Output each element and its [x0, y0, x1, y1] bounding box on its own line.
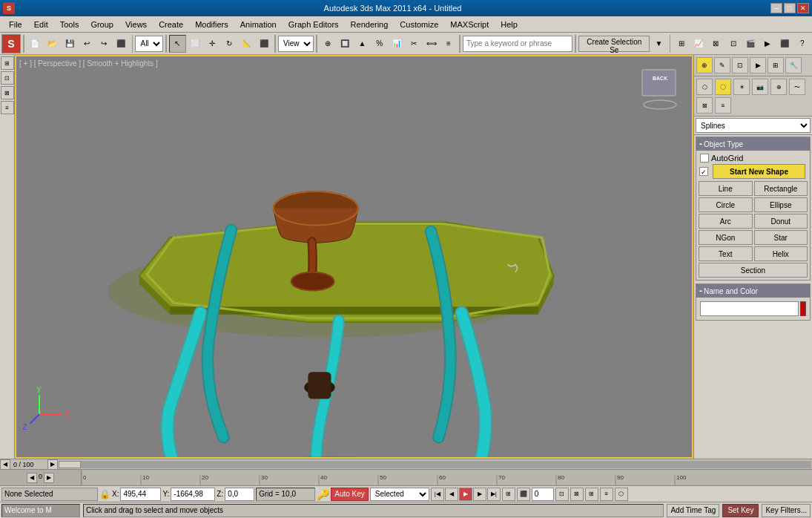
add-time-tag-button[interactable]: Add Time Tag	[667, 504, 719, 517]
app-logo-btn[interactable]: S	[1, 34, 21, 53]
menu-animation[interactable]: Animation	[234, 19, 283, 30]
snap-toggle[interactable]: 🔲	[337, 35, 353, 53]
menu-rendering[interactable]: Rendering	[345, 19, 395, 30]
nav-cube[interactable]: BACK	[636, 64, 684, 112]
extra-tab[interactable]: ≡	[715, 97, 731, 114]
shapes-tab[interactable]: 〇	[715, 79, 731, 95]
reference-coord-button[interactable]: ⬛	[256, 35, 272, 53]
select-scale-button[interactable]: 📐	[239, 35, 255, 53]
select-object-button[interactable]: ↖	[169, 35, 185, 53]
set-key-button[interactable]: Set Key	[722, 504, 759, 517]
track-bar-btn[interactable]: ⊞	[673, 35, 689, 53]
left-tool-4[interactable]: ≡	[1, 101, 14, 114]
search-input[interactable]	[463, 36, 572, 52]
use-pivot-button[interactable]: ⊕	[320, 35, 336, 53]
menu-file[interactable]: File	[3, 19, 28, 30]
menu-graph-editors[interactable]: Graph Editors	[283, 19, 345, 30]
key-icon[interactable]: 🔑	[317, 488, 329, 500]
systems-tab[interactable]: ⊠	[696, 97, 713, 114]
select-move-button[interactable]: ✛	[204, 35, 220, 53]
angle-snap[interactable]: ▲	[354, 35, 370, 53]
open-mini-curve[interactable]: 📈	[690, 35, 707, 53]
scroll-left-arrow[interactable]: ◀	[0, 459, 10, 470]
display-tab[interactable]: ⊞	[768, 57, 784, 73]
lock-icon[interactable]: 🔒	[99, 489, 110, 499]
ngon-button[interactable]: NGon	[699, 230, 753, 245]
color-swatch[interactable]	[800, 301, 806, 316]
undo-button[interactable]: ↩	[79, 35, 95, 53]
new-button[interactable]: 📄	[27, 35, 43, 53]
z-input[interactable]	[225, 488, 254, 501]
viewport[interactable]: [ + ] [ Perspective ] [ Smooth + Highlig…	[15, 55, 693, 459]
y-input[interactable]	[171, 488, 215, 501]
minimize-button[interactable]: ─	[770, 3, 782, 13]
object-name-input[interactable]	[700, 301, 799, 316]
menu-create[interactable]: Create	[153, 19, 189, 30]
go-end-button[interactable]: ▶|	[487, 488, 501, 501]
go-start-button[interactable]: |◀	[431, 488, 444, 501]
menu-group[interactable]: Group	[85, 19, 119, 30]
select-region-button[interactable]: ⬜	[187, 35, 203, 53]
view-dropdown[interactable]: View	[278, 36, 314, 52]
create-selection-button[interactable]: Create Selection Se	[578, 36, 650, 52]
render-frame[interactable]: ▶	[759, 35, 776, 53]
more-btn-1[interactable]: ⊡	[555, 488, 569, 501]
arc-button[interactable]: Arc	[699, 214, 753, 229]
circle-button[interactable]: Circle	[699, 197, 753, 212]
menu-help[interactable]: Help	[495, 19, 524, 30]
key-mode-toggle[interactable]: ⬛	[517, 488, 530, 501]
name-color-header[interactable]: - Name and Color	[696, 284, 810, 298]
cameras-tab[interactable]: 📷	[752, 79, 768, 95]
start-new-shape-button[interactable]: Start New Shape	[713, 164, 805, 179]
more-btn-5[interactable]: ⬡	[615, 488, 628, 501]
menu-views[interactable]: Views	[119, 19, 153, 30]
modify-tab[interactable]: ✎	[714, 57, 730, 73]
time-prev-arrow[interactable]: ◀	[27, 473, 37, 483]
scroll-track[interactable]	[59, 461, 811, 468]
create-tab[interactable]: ⊕	[696, 57, 713, 73]
scroll-right-arrow[interactable]: ▶	[47, 459, 58, 470]
save-button[interactable]: 💾	[61, 35, 77, 53]
time-config-button[interactable]: ⊞	[502, 488, 515, 501]
time-next-arrow[interactable]: ▶	[44, 473, 54, 483]
menu-maxscript[interactable]: MAXScript	[444, 19, 495, 30]
more-btn-3[interactable]: ⊞	[585, 488, 598, 501]
x-input[interactable]	[120, 488, 161, 501]
percent-snap[interactable]: %	[372, 35, 388, 53]
redo-button[interactable]: ↪	[96, 35, 112, 53]
selected-dropdown[interactable]: Selected	[370, 488, 429, 501]
spacewarps-tab[interactable]: 〜	[789, 79, 805, 95]
create-selection-dropdown[interactable]: ▼	[650, 35, 667, 53]
left-tool-1[interactable]: ⊞	[1, 56, 14, 70]
ellipse-button[interactable]: Ellipse	[754, 197, 808, 212]
helpers-tab[interactable]: ⊕	[770, 79, 787, 95]
lights-tab[interactable]: ☀	[733, 79, 750, 95]
hierarchy-tab[interactable]: ⊡	[732, 57, 748, 73]
mirror-button[interactable]: ⟺	[423, 35, 440, 53]
start-new-shape-checkbox[interactable]	[699, 167, 708, 176]
help-btn[interactable]: ?	[794, 35, 811, 53]
rectangle-button[interactable]: Rectangle	[754, 181, 808, 196]
motion-tab[interactable]: ▶	[750, 57, 766, 73]
open-button[interactable]: 📂	[44, 35, 60, 53]
render-setup[interactable]: 🎬	[742, 35, 759, 53]
auto-key-button[interactable]: Auto Key	[331, 488, 369, 501]
geometry-tab[interactable]: ⬡	[696, 79, 713, 95]
left-tool-2[interactable]: ⊡	[1, 71, 14, 85]
next-frame-button[interactable]: ▶	[473, 488, 486, 501]
utilities-tab[interactable]: 🔧	[785, 57, 802, 73]
prev-frame-button[interactable]: ◀	[445, 488, 458, 501]
left-tool-3[interactable]: ⊠	[1, 86, 14, 99]
selection-filter-dropdown[interactable]: All	[135, 36, 163, 52]
close-button[interactable]: ✕	[797, 3, 809, 13]
hold-button[interactable]: ⬛	[113, 35, 129, 53]
edit-named-selections[interactable]: ✂	[406, 35, 422, 53]
spinner-snap[interactable]: 📊	[389, 35, 405, 53]
menu-edit[interactable]: Edit	[28, 19, 54, 30]
scroll-thumb[interactable]	[59, 461, 81, 468]
schematic-view[interactable]: ⊠	[707, 35, 724, 53]
play-button[interactable]: ▶	[459, 488, 472, 501]
menu-tools[interactable]: Tools	[54, 19, 85, 30]
maximize-button[interactable]: □	[784, 3, 796, 13]
object-type-header[interactable]: - Object Type	[696, 137, 810, 151]
